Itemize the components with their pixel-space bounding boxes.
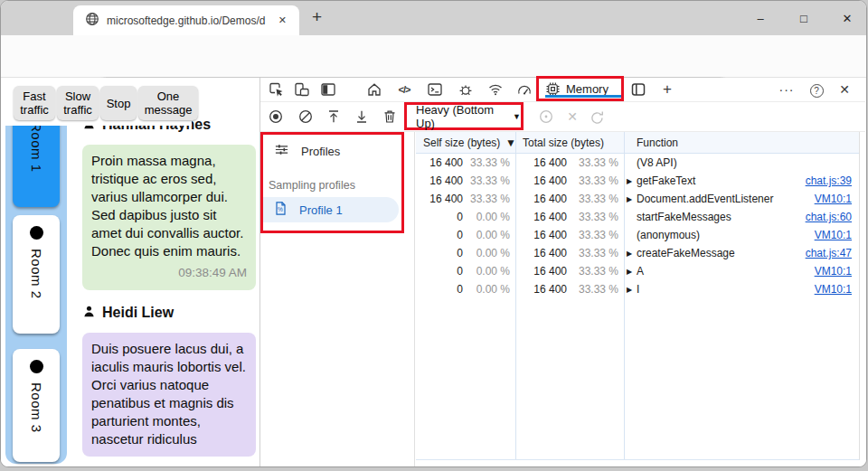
source-link[interactable]: chat.js:47 xyxy=(806,247,859,259)
function-name: (anonymous) xyxy=(637,229,700,241)
self-size-percent: 0.00 % xyxy=(463,211,510,223)
expander-icon[interactable]: ▶ xyxy=(627,286,632,294)
message-group: Hannah Haynes Proin massa magna, tristiq… xyxy=(82,115,256,290)
table-row[interactable]: 16 40033.33 %16 40033.33 %▶Document.addE… xyxy=(416,190,859,208)
column-header-total-size[interactable]: Total size (bytes) xyxy=(523,132,604,154)
panels-layout-icon[interactable] xyxy=(629,80,647,99)
room-label: Room 3 xyxy=(29,382,44,433)
total-size-value: 16 400 xyxy=(515,174,567,187)
self-size-value: 16 400 xyxy=(416,193,463,205)
inspect-icon[interactable] xyxy=(268,80,286,99)
self-size-value: 0 xyxy=(416,247,463,259)
table-header: Self size (bytes) ▼ Total size (bytes) F… xyxy=(416,132,859,154)
source-link[interactable]: VM10:1 xyxy=(815,265,859,278)
load-profile-icon[interactable] xyxy=(325,108,343,126)
table-row[interactable]: 16 40033.33 %16 40033.33 %▶getFakeTextch… xyxy=(416,172,859,190)
devtools-more-icon[interactable]: ··· xyxy=(778,80,796,99)
device-emulation-icon[interactable] xyxy=(293,80,311,99)
function-name: getFakeText xyxy=(637,174,695,187)
column-divider[interactable] xyxy=(515,132,516,459)
new-tab-button[interactable]: + xyxy=(312,7,322,27)
window-minimize-button[interactable]: – xyxy=(741,1,780,35)
debug-icon[interactable] xyxy=(457,80,475,99)
total-size-percent: 33.33 % xyxy=(567,265,618,278)
column-divider[interactable] xyxy=(624,132,625,459)
window-maximize-button[interactable]: □ xyxy=(784,1,824,35)
code-icon[interactable]: </> xyxy=(395,80,413,99)
source-link[interactable]: chat.js:39 xyxy=(806,174,859,187)
source-link[interactable]: chat.js:60 xyxy=(806,211,859,223)
traffic-button-bar: Fast trafficSlow trafficStopOne message xyxy=(14,86,198,120)
table-row[interactable]: 00.00 %16 40033.33 %▶startFakeMessagesch… xyxy=(416,208,859,226)
message-time: 09:38:49 AM xyxy=(91,264,247,282)
expander-icon[interactable]: ▶ xyxy=(627,250,632,258)
devtools-close-icon[interactable]: ✕ xyxy=(835,80,854,99)
table-row[interactable]: 00.00 %16 40033.33 %▶createFakeMessagech… xyxy=(416,244,859,262)
function-name: createFakeMessage xyxy=(637,247,735,259)
home-icon[interactable] xyxy=(365,80,383,99)
self-size-percent: 0.00 % xyxy=(463,265,510,278)
source-link[interactable]: VM10:1 xyxy=(815,229,859,241)
source-link[interactable]: VM10:1 xyxy=(815,283,859,296)
function-name: A xyxy=(637,265,644,278)
self-size-value: 16 400 xyxy=(416,174,463,187)
delete-profile-icon[interactable] xyxy=(381,108,399,126)
table-row[interactable]: 00.00 %16 40033.33 %▶(anonymous)VM10:1 xyxy=(416,226,859,244)
total-size-value: 16 400 xyxy=(515,229,567,241)
self-size-percent: 0.00 % xyxy=(463,247,510,259)
function-cell: ▶IVM10:1 xyxy=(624,280,859,298)
table-row[interactable]: 16 40033.33 %16 40033.33 %▶(V8 API) xyxy=(416,154,859,172)
function-name: startFakeMessages xyxy=(637,211,731,223)
more-panels-button[interactable]: + xyxy=(658,80,676,99)
help-icon[interactable]: ? xyxy=(807,81,826,99)
column-header-self-size[interactable]: Self size (bytes) xyxy=(423,132,500,154)
self-size-percent: 0.00 % xyxy=(463,229,510,241)
table-row[interactable]: 00.00 %16 40033.33 %▶AVM10:1 xyxy=(416,262,859,280)
self-size-value: 16 400 xyxy=(416,156,463,169)
total-size-value: 16 400 xyxy=(515,211,567,223)
browser-tab[interactable]: microsoftedge.github.io/Demos/d ✕ xyxy=(73,5,299,35)
table-row[interactable]: 00.00 %16 40033.33 %▶IVM10:1 xyxy=(416,280,859,298)
expander-icon[interactable]: ▶ xyxy=(627,268,632,276)
clear-icon[interactable] xyxy=(297,108,315,126)
view-mode-dropdown[interactable]: Heavy (Bottom Up) ▼ xyxy=(404,102,524,130)
browser-window: microsoftedge.github.io/Demos/d ✕ + – □ … xyxy=(0,0,867,467)
room-label: Room 1 xyxy=(29,122,44,173)
traffic-button-fast-traffic[interactable]: Fast traffic xyxy=(14,86,55,120)
traffic-button-slow-traffic[interactable]: Slow traffic xyxy=(57,86,99,120)
save-profile-icon[interactable] xyxy=(353,108,371,126)
source-link[interactable]: VM10:1 xyxy=(815,193,859,205)
room-tab-3[interactable]: Room 3 xyxy=(13,349,60,462)
expander-icon[interactable]: ▶ xyxy=(627,195,632,203)
active-tab-underline xyxy=(545,95,621,98)
performance-icon[interactable] xyxy=(515,80,533,99)
globe-icon xyxy=(85,12,99,30)
tab-close-icon[interactable]: ✕ xyxy=(275,13,290,28)
exclude-icon: ✕ xyxy=(563,108,581,126)
function-cell: ▶startFakeMessageschat.js:60 xyxy=(624,208,859,226)
total-size-value: 16 400 xyxy=(515,265,567,278)
total-size-value: 16 400 xyxy=(515,283,567,296)
total-size-percent: 33.33 % xyxy=(567,211,618,223)
total-size-percent: 33.33 % xyxy=(567,229,618,241)
column-header-function[interactable]: Function xyxy=(637,132,678,154)
traffic-button-stop[interactable]: Stop xyxy=(100,86,137,120)
network-icon[interactable] xyxy=(486,80,505,99)
focus-icon xyxy=(537,108,555,126)
total-size-percent: 33.33 % xyxy=(567,193,618,205)
restore-icon xyxy=(588,108,606,127)
record-icon[interactable] xyxy=(267,108,285,126)
traffic-button-one-message[interactable]: One message xyxy=(138,86,198,120)
function-cell: ▶(anonymous)VM10:1 xyxy=(624,226,859,244)
total-size-percent: 33.33 % xyxy=(567,283,618,296)
message-list: Hannah Haynes Proin massa magna, tristiq… xyxy=(82,115,256,457)
dock-side-icon[interactable] xyxy=(319,80,337,99)
room-tab-2[interactable]: Room 2 xyxy=(13,215,60,334)
total-size-value: 16 400 xyxy=(515,193,567,205)
window-close-button[interactable]: ✕ xyxy=(827,1,867,35)
function-name: I xyxy=(637,283,639,296)
chat-page: Room 1Room 2Room 3 Hannah Haynes Proin m… xyxy=(1,78,259,466)
expander-icon[interactable]: ▶ xyxy=(627,177,632,185)
console-icon[interactable] xyxy=(426,80,444,99)
function-name: Document.addEventListener xyxy=(637,193,773,205)
